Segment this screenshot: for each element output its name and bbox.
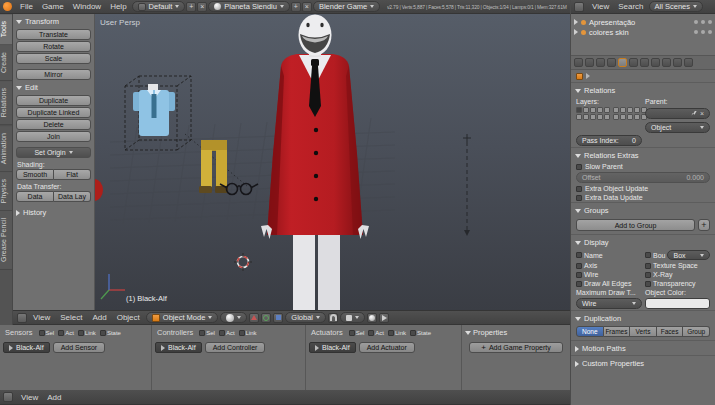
relations-section-header[interactable]: Relations [571, 82, 715, 97]
layers-grid-left[interactable] [576, 107, 610, 120]
sensors-filter-act[interactable]: Act [58, 330, 74, 336]
display-transparency-checkbox[interactable]: Transparency [645, 280, 710, 287]
actuator-object-name[interactable]: Black-Alf [309, 342, 356, 353]
menu-help[interactable]: Help [106, 2, 130, 11]
transfer-data-button[interactable]: Data [16, 191, 54, 202]
menu-file[interactable]: File [16, 2, 37, 11]
tab-world-icon[interactable] [607, 58, 616, 67]
outliner-item[interactable]: Apresentação [574, 17, 712, 27]
snap-element-selector[interactable] [340, 312, 365, 323]
tab-render-icon[interactable] [574, 58, 583, 67]
selectability-icon[interactable] [701, 20, 705, 24]
join-button[interactable]: Join [16, 131, 91, 142]
manipulator-translate-icon[interactable] [249, 313, 259, 323]
actuators-filter-sel[interactable]: Sel [349, 330, 365, 336]
parent-type-dropdown[interactable]: Object [645, 122, 710, 133]
translate-button[interactable]: Translate [16, 29, 91, 40]
actuators-filter-link[interactable]: Link [388, 330, 406, 336]
tab-render-layers-icon[interactable] [585, 58, 594, 67]
duplicate-linked-button[interactable]: Duplicate Linked [16, 107, 91, 118]
outliner-display-mode[interactable]: All Scenes [649, 1, 703, 12]
tab-physics[interactable]: Physics [0, 172, 12, 211]
sensors-filter-sel[interactable]: Sel [39, 330, 55, 336]
character-black-alf[interactable] [261, 15, 369, 311]
sensors-filter-link[interactable]: Link [78, 330, 96, 336]
renderability-icon[interactable] [708, 20, 712, 24]
extra-object-update-checkbox[interactable]: Extra Object Update [571, 184, 715, 193]
motion-paths-section-header[interactable]: Motion Paths [571, 340, 715, 355]
clear-icon[interactable]: × [700, 110, 704, 117]
extra-data-update-checkbox[interactable]: Extra Data Update [571, 193, 715, 202]
mode-selector[interactable]: Object Mode [146, 312, 219, 323]
tab-relations[interactable]: Relations [0, 81, 12, 125]
sensor-object-name[interactable]: Black-Alf [3, 342, 50, 353]
duplication-none-button[interactable]: None [576, 326, 604, 337]
editor-type-logic-icon[interactable] [3, 392, 13, 402]
tab-constraints-icon[interactable] [629, 58, 638, 67]
actuators-filter-state[interactable]: State [410, 330, 431, 336]
display-texture-space-checkbox[interactable]: Texture Space [645, 262, 710, 269]
display-axis-checkbox[interactable]: Axis [576, 262, 642, 269]
add-sensor-button[interactable]: Add Sensor [53, 342, 106, 353]
visibility-icon[interactable] [694, 20, 698, 24]
sensors-menu[interactable]: Sensors [3, 328, 35, 337]
duplication-faces-button[interactable]: Faces [657, 326, 684, 337]
controllers-filter-act[interactable]: Act [219, 330, 235, 336]
outliner-menu-view[interactable]: View [588, 2, 613, 11]
manipulator-scale-icon[interactable] [273, 313, 283, 323]
set-origin-dropdown[interactable]: Set Origin [16, 147, 91, 158]
add-scene-button[interactable] [291, 2, 301, 12]
tab-material-icon[interactable] [662, 58, 671, 67]
renderability-icon[interactable] [708, 30, 712, 34]
selectability-icon[interactable] [701, 30, 705, 34]
bottom-menu-view[interactable]: View [17, 393, 42, 402]
menu-game[interactable]: Game [38, 2, 68, 11]
groups-section-header[interactable]: Groups [571, 202, 715, 217]
shade-flat-button[interactable]: Flat [54, 169, 91, 180]
tab-object-icon[interactable] [618, 58, 627, 67]
relations-extras-section-header[interactable]: Relations Extras [571, 147, 715, 162]
bounds-type-dropdown[interactable]: Box [667, 250, 710, 260]
mirror-button[interactable]: Mirror [16, 69, 91, 80]
scene-selector[interactable]: Planeta Siendiu [208, 1, 290, 12]
delete-scene-button[interactable] [302, 2, 312, 12]
tab-texture-icon[interactable] [673, 58, 682, 67]
duplicate-button[interactable]: Duplicate [16, 95, 91, 106]
add-game-property-button[interactable]: +Add Game Property [469, 342, 563, 353]
controllers-filter-sel[interactable]: Sel [199, 330, 215, 336]
actuators-filter-act[interactable]: Act [368, 330, 384, 336]
transform-orientation-selector[interactable]: Global [285, 312, 326, 323]
menu-window[interactable]: Window [69, 2, 105, 11]
screen-layout-selector[interactable]: Default [132, 1, 186, 12]
eyedropper-icon[interactable] [691, 111, 697, 117]
yellow-pants-object[interactable] [199, 140, 228, 193]
tab-grease-pencil[interactable]: Grease Pencil [0, 211, 12, 270]
viewport-menu-add[interactable]: Add [88, 313, 110, 322]
editor-type-outliner-icon[interactable] [574, 2, 584, 12]
display-wire-checkbox[interactable]: Wire [576, 271, 642, 278]
tab-object-data-icon[interactable] [651, 58, 660, 67]
render-opengl-button[interactable] [367, 313, 377, 323]
actuators-menu[interactable]: Actuators [309, 328, 345, 337]
visibility-icon[interactable] [694, 30, 698, 34]
snap-toggle[interactable] [328, 313, 338, 323]
add-layout-button[interactable] [186, 2, 196, 12]
add-to-group-button[interactable]: Add to Group [576, 219, 695, 231]
controllers-menu[interactable]: Controllers [155, 328, 195, 337]
blender-logo-icon[interactable] [3, 2, 12, 11]
add-controller-button[interactable]: Add Controller [205, 342, 266, 353]
tab-create[interactable]: Create [0, 45, 12, 81]
editor-type-3dview-icon[interactable] [17, 313, 27, 323]
max-draw-type-dropdown[interactable]: Wire [576, 298, 642, 309]
outliner-item[interactable]: colores skin [574, 27, 712, 37]
scale-button[interactable]: Scale [16, 53, 91, 64]
tab-scene-icon[interactable] [596, 58, 605, 67]
expand-icon[interactable] [574, 19, 578, 25]
bottom-menu-add[interactable]: Add [43, 393, 65, 402]
shade-smooth-button[interactable]: Smooth [16, 169, 54, 180]
duplication-section-header[interactable]: Duplication [571, 310, 715, 325]
tab-tools[interactable]: Tools [0, 14, 12, 45]
blue-shirt-object[interactable] [133, 84, 175, 136]
viewport-menu-view[interactable]: View [29, 313, 54, 322]
controller-object-name[interactable]: Black-Alf [155, 342, 202, 353]
